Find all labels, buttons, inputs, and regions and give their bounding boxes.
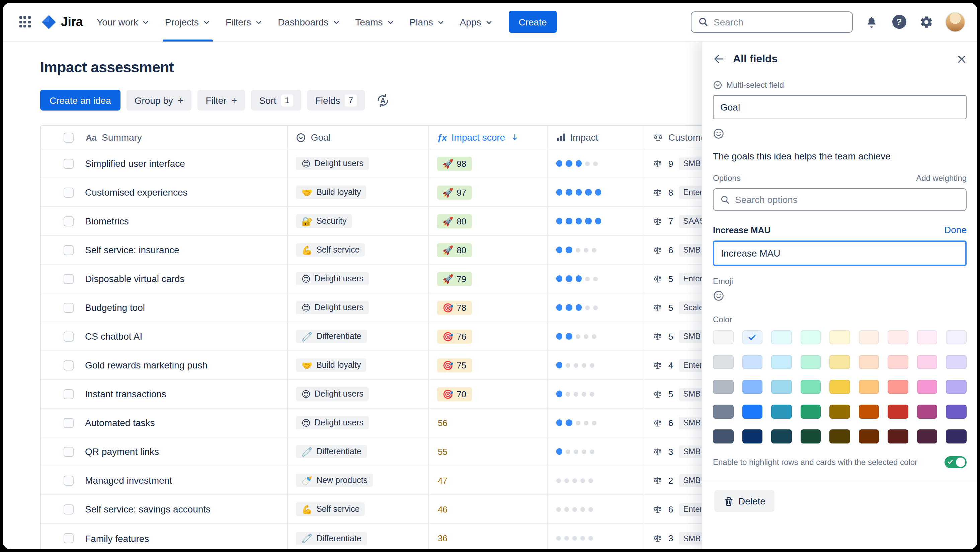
- row-checkbox[interactable]: [64, 504, 74, 514]
- color-swatch[interactable]: [771, 405, 792, 419]
- color-swatch[interactable]: [742, 405, 762, 419]
- color-swatch[interactable]: [917, 355, 937, 369]
- color-swatch[interactable]: [917, 380, 937, 394]
- row-checkbox[interactable]: [64, 447, 74, 456]
- table-row[interactable]: Family features 🧷 Differentiate 36 3 SMB: [41, 524, 789, 549]
- options-search-input[interactable]: [735, 194, 959, 205]
- color-swatch[interactable]: [771, 429, 792, 444]
- color-swatch[interactable]: [742, 429, 762, 444]
- color-swatch[interactable]: [800, 429, 821, 444]
- field-name-input[interactable]: [713, 95, 967, 119]
- row-checkbox[interactable]: [64, 475, 74, 485]
- table-row[interactable]: Budgeting tool 😍 Delight users 🎯 78 5 Sc…: [41, 294, 789, 322]
- highlight-toggle[interactable]: [945, 456, 967, 468]
- color-swatch[interactable]: [917, 405, 937, 419]
- settings-button[interactable]: [918, 13, 935, 30]
- row-checkbox[interactable]: [64, 187, 74, 197]
- column-header-goal[interactable]: Goal: [288, 126, 429, 149]
- table-row[interactable]: Simplified user interface 😍 Delight user…: [41, 149, 789, 178]
- row-checkbox[interactable]: [64, 245, 74, 255]
- nav-item-your-work[interactable]: Your work: [89, 3, 158, 41]
- color-swatch[interactable]: [829, 380, 850, 394]
- select-all-checkbox[interactable]: [64, 132, 74, 142]
- nav-item-teams[interactable]: Teams: [348, 3, 402, 41]
- color-swatch[interactable]: [888, 355, 908, 369]
- color-swatch[interactable]: [946, 355, 967, 369]
- table-row[interactable]: Gold rewards marketing push 🤝 Build loya…: [41, 351, 789, 380]
- add-weighting-button[interactable]: Add weighting: [916, 174, 967, 183]
- column-header-impact-score[interactable]: ƒx Impact score: [429, 126, 547, 149]
- color-swatch[interactable]: [713, 330, 733, 344]
- row-checkbox[interactable]: [64, 274, 74, 284]
- nav-item-plans[interactable]: Plans: [402, 3, 452, 41]
- table-row[interactable]: CS chatbot AI 🧷 Differentiate 🎯 76 5 SMB: [41, 322, 789, 351]
- row-checkbox[interactable]: [64, 331, 74, 341]
- fields-button[interactable]: Fields 7: [307, 90, 365, 110]
- color-swatch[interactable]: [829, 330, 850, 344]
- color-swatch[interactable]: [946, 380, 967, 394]
- jira-logo[interactable]: Jira: [38, 14, 89, 29]
- color-swatch[interactable]: [859, 380, 879, 394]
- table-row[interactable]: Instant transactions 😍 Delight users 🎯 7…: [41, 380, 789, 408]
- option-emoji-picker-icon[interactable]: [713, 290, 724, 302]
- row-checkbox[interactable]: [64, 533, 74, 543]
- color-swatch[interactable]: [888, 330, 908, 344]
- group-by-button[interactable]: Group by +: [127, 90, 192, 110]
- color-swatch[interactable]: [859, 429, 879, 444]
- color-swatch[interactable]: [888, 380, 908, 394]
- column-header-impact[interactable]: Impact: [547, 126, 644, 149]
- row-checkbox[interactable]: [64, 158, 74, 169]
- column-header-summary[interactable]: Aa Summary: [41, 126, 288, 149]
- table-row[interactable]: QR payment links 🧷 Differentiate 55 3 SM…: [41, 437, 789, 466]
- sort-button[interactable]: Sort 1: [251, 90, 301, 110]
- filter-button[interactable]: Filter +: [197, 90, 245, 110]
- color-swatch[interactable]: [946, 330, 967, 344]
- color-swatch[interactable]: [800, 405, 821, 419]
- color-swatch[interactable]: [800, 355, 821, 369]
- create-button[interactable]: Create: [509, 11, 557, 33]
- color-swatch[interactable]: [829, 355, 850, 369]
- color-swatch[interactable]: [859, 330, 879, 344]
- row-checkbox[interactable]: [64, 303, 74, 313]
- table-row[interactable]: Disposable virtual cards 😍 Delight users…: [41, 265, 789, 294]
- color-swatch[interactable]: [713, 380, 733, 394]
- delete-button[interactable]: Delete: [714, 490, 775, 512]
- create-idea-button[interactable]: Create an idea: [40, 90, 121, 110]
- back-button[interactable]: [713, 53, 725, 65]
- color-swatch[interactable]: [771, 380, 792, 394]
- alphabetical-sort-button[interactable]: A: [372, 90, 394, 110]
- table-row[interactable]: Customised experiences 🤝 Build loyalty 🚀…: [41, 178, 789, 207]
- color-swatch[interactable]: [742, 380, 762, 394]
- options-search[interactable]: [713, 188, 967, 211]
- user-avatar[interactable]: [945, 12, 965, 32]
- row-checkbox[interactable]: [64, 389, 74, 399]
- color-swatch[interactable]: [713, 405, 733, 419]
- color-swatch[interactable]: [829, 405, 850, 419]
- field-emoji-picker-icon[interactable]: [713, 128, 724, 139]
- color-swatch[interactable]: [800, 330, 821, 344]
- table-row[interactable]: Biometrics 🔐 Security 🚀 80 7 SAAS: [41, 207, 789, 236]
- color-swatch[interactable]: [859, 355, 879, 369]
- table-row[interactable]: Self service: insurance 💪 Self service 🚀…: [41, 236, 789, 265]
- color-swatch[interactable]: [859, 405, 879, 419]
- global-search[interactable]: [691, 11, 853, 32]
- option-name-input[interactable]: [713, 241, 967, 266]
- color-swatch[interactable]: [771, 355, 792, 369]
- color-swatch[interactable]: [742, 330, 762, 344]
- color-swatch[interactable]: [713, 355, 733, 369]
- color-swatch[interactable]: [800, 380, 821, 394]
- color-swatch[interactable]: [888, 429, 908, 444]
- color-swatch[interactable]: [829, 429, 850, 444]
- color-swatch[interactable]: [771, 330, 792, 344]
- nav-item-filters[interactable]: Filters: [218, 3, 270, 41]
- table-row[interactable]: Self service: savings accounts 💪 Self se…: [41, 495, 789, 524]
- color-swatch[interactable]: [917, 429, 937, 444]
- notifications-button[interactable]: [863, 13, 880, 30]
- table-row[interactable]: Automated tasks 😍 Delight users 56 6 SMB: [41, 408, 789, 437]
- search-input[interactable]: [714, 16, 845, 27]
- color-swatch[interactable]: [888, 405, 908, 419]
- color-swatch[interactable]: [917, 330, 937, 344]
- color-swatch[interactable]: [946, 429, 967, 444]
- table-row[interactable]: Managed investment 🍼 New products 47 2 S…: [41, 466, 789, 495]
- help-button[interactable]: ?: [890, 13, 908, 30]
